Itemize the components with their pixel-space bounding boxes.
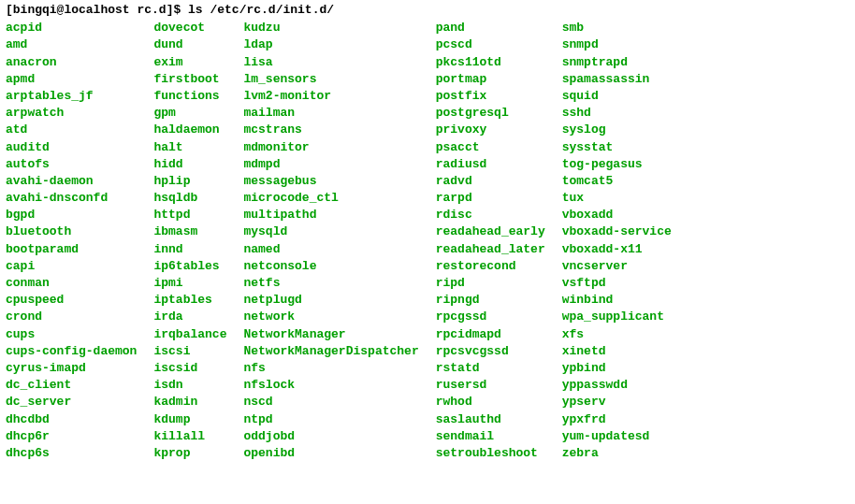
listing-entry: vsftpd bbox=[562, 275, 672, 292]
listing-entry: microcode_ctl bbox=[243, 190, 418, 207]
listing-entry: psacct bbox=[436, 139, 545, 156]
listing-entry: squid bbox=[562, 88, 672, 105]
listing-entry: rwhod bbox=[436, 394, 545, 410]
listing-entry: xinetd bbox=[562, 343, 672, 360]
listing-entry: hidd bbox=[153, 156, 226, 173]
listing-entry: smb bbox=[562, 20, 672, 36]
listing-entry: cpuspeed bbox=[6, 292, 137, 309]
listing-entry: portmap bbox=[436, 71, 545, 88]
listing-entry: httpd bbox=[153, 207, 226, 223]
listing-entry: bootparamd bbox=[6, 241, 137, 258]
listing-entry: vboxadd bbox=[562, 207, 672, 223]
listing-entry: restorecond bbox=[436, 258, 545, 275]
listing-entry: network bbox=[243, 309, 418, 325]
listing-entry: nscd bbox=[243, 394, 418, 410]
listing-entry: ldap bbox=[243, 36, 418, 53]
listing-entry: dhcp6s bbox=[6, 445, 137, 462]
listing-entry: dund bbox=[153, 36, 226, 53]
listing-entry: mdmpd bbox=[243, 156, 418, 173]
listing-entry: nfs bbox=[243, 360, 418, 377]
listing-entry: snmpd bbox=[562, 36, 672, 53]
listing-entry: iscsid bbox=[153, 360, 226, 377]
listing-entry: dhcdbd bbox=[6, 411, 137, 428]
listing-entry: multipathd bbox=[243, 207, 418, 223]
listing-entry: hplip bbox=[153, 173, 226, 190]
listing-entry: mcstrans bbox=[243, 122, 418, 138]
listing-entry: setroubleshoot bbox=[436, 445, 545, 462]
listing-entry: ibmasm bbox=[153, 223, 226, 240]
listing-entry: rstatd bbox=[436, 360, 545, 377]
listing-entry: arptables_jf bbox=[6, 88, 137, 105]
listing-entry: capi bbox=[6, 258, 137, 275]
listing-entry: messagebus bbox=[243, 173, 418, 190]
listing-entry: wpa_supplicant bbox=[562, 309, 672, 325]
listing-entry: bgpd bbox=[6, 207, 137, 223]
listing-entry: vboxadd-x11 bbox=[562, 241, 672, 258]
listing-entry: bluetooth bbox=[6, 223, 137, 240]
listing-entry: sysstat bbox=[562, 139, 672, 156]
listing-entry: firstboot bbox=[153, 71, 226, 88]
listing-entry: ip6tables bbox=[153, 258, 226, 275]
listing-entry: innd bbox=[153, 241, 226, 258]
listing-entry: tomcat5 bbox=[562, 173, 672, 190]
listing-entry: lvm2-monitor bbox=[243, 88, 418, 105]
listing-entry: postgresql bbox=[436, 105, 545, 122]
listing-column: smbsnmpdsnmptrapdspamassassinsquidsshdsy… bbox=[562, 20, 672, 462]
listing-entry: mdmonitor bbox=[243, 139, 418, 156]
listing-entry: acpid bbox=[6, 20, 137, 36]
listing-entry: irqbalance bbox=[153, 326, 226, 343]
listing-entry: apmd bbox=[6, 71, 137, 88]
listing-entry: postfix bbox=[436, 88, 545, 105]
listing-entry: kdump bbox=[153, 411, 226, 428]
listing-entry: killall bbox=[153, 428, 226, 445]
listing-entry: conman bbox=[6, 275, 137, 292]
listing-entry: sendmail bbox=[436, 428, 545, 445]
listing-entry: dc_server bbox=[6, 394, 137, 410]
listing-entry: radiusd bbox=[436, 156, 545, 173]
listing-entry: rpcidmapd bbox=[436, 326, 545, 343]
listing-entry: haldaemon bbox=[153, 122, 226, 138]
listing-entry: spamassassin bbox=[562, 71, 672, 88]
listing-entry: cups bbox=[6, 326, 137, 343]
listing-entry: hsqldb bbox=[153, 190, 226, 207]
listing-entry: readahead_early bbox=[436, 223, 545, 240]
listing-entry: sshd bbox=[562, 105, 672, 122]
listing-entry: oddjobd bbox=[243, 428, 418, 445]
listing-entry: iscsi bbox=[153, 343, 226, 360]
listing-entry: vboxadd-service bbox=[562, 223, 672, 240]
listing-entry: kudzu bbox=[243, 20, 418, 36]
listing-entry: arpwatch bbox=[6, 105, 137, 122]
listing-entry: avahi-daemon bbox=[6, 173, 137, 190]
listing-entry: NetworkManagerDispatcher bbox=[243, 343, 418, 360]
listing-entry: openibd bbox=[243, 445, 418, 462]
listing-entry: rpcgssd bbox=[436, 309, 545, 325]
listing-entry: winbind bbox=[562, 292, 672, 309]
shell-prompt-line: [bingqi@localhost rc.d]$ ls /etc/rc.d/in… bbox=[6, 2, 849, 19]
listing-entry: netplugd bbox=[243, 292, 418, 309]
listing-entry: xfs bbox=[562, 326, 672, 343]
shell-prompt: [bingqi@localhost rc.d]$ bbox=[6, 3, 188, 17]
listing-entry: ypserv bbox=[562, 394, 672, 410]
listing-entry: NetworkManager bbox=[243, 326, 418, 343]
listing-entry: dc_client bbox=[6, 377, 137, 394]
directory-listing: acpidamdanacronapmdarptables_jfarpwatcha… bbox=[6, 20, 849, 462]
listing-entry: mysqld bbox=[243, 223, 418, 240]
listing-entry: kadmin bbox=[153, 394, 226, 410]
listing-entry: auditd bbox=[6, 139, 137, 156]
listing-entry: avahi-dnsconfd bbox=[6, 190, 137, 207]
listing-entry: mailman bbox=[243, 105, 418, 122]
listing-entry: yum-updatesd bbox=[562, 428, 672, 445]
listing-entry: anacron bbox=[6, 54, 137, 71]
listing-entry: rpcsvcgssd bbox=[436, 343, 545, 360]
listing-entry: vncserver bbox=[562, 258, 672, 275]
listing-entry: functions bbox=[153, 88, 226, 105]
listing-entry: exim bbox=[153, 54, 226, 71]
listing-column: kudzuldaplisalm_sensorslvm2-monitormailm… bbox=[243, 20, 418, 462]
listing-entry: netconsole bbox=[243, 258, 418, 275]
listing-entry: cyrus-imapd bbox=[6, 360, 137, 377]
listing-entry: privoxy bbox=[436, 122, 545, 138]
listing-entry: pand bbox=[436, 20, 545, 36]
listing-entry: saslauthd bbox=[436, 411, 545, 428]
listing-entry: atd bbox=[6, 122, 137, 138]
listing-entry: syslog bbox=[562, 122, 672, 138]
